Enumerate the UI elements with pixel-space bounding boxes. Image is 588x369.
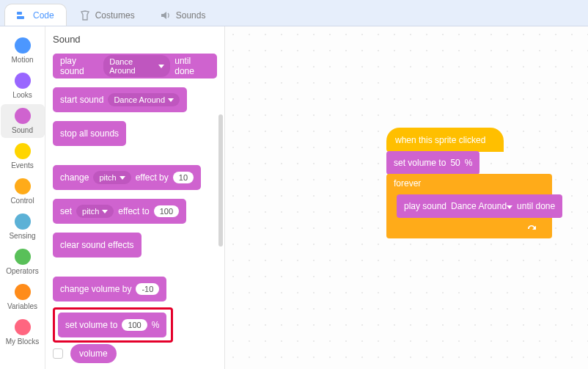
svg-rect-1	[17, 16, 24, 19]
label: until done	[174, 56, 210, 76]
label: forever	[386, 174, 552, 191]
sounds-icon	[160, 10, 172, 21]
chevron-down-icon	[168, 98, 174, 102]
label: %	[152, 320, 160, 330]
reporter-row: volume	[53, 344, 217, 363]
category-dot	[15, 249, 31, 265]
category-looks[interactable]: Looks	[1, 69, 45, 103]
tab-bar: Code Costumes Sounds	[0, 0, 588, 26]
category-variables[interactable]: Variables	[1, 280, 45, 314]
label: until done	[517, 201, 555, 211]
label: start sound	[60, 95, 103, 105]
label: stop all sounds	[60, 128, 119, 139]
category-dot	[15, 213, 31, 230]
loop-arrow-icon	[526, 222, 539, 233]
category-dot	[15, 319, 31, 335]
label: set	[60, 206, 72, 216]
loop-foot	[386, 221, 552, 234]
chevron-down-icon	[120, 176, 125, 180]
block-set-volume-to[interactable]: set volume to 100 %	[58, 313, 166, 337]
block-forever[interactable]: forever play sound Dance Around until do…	[386, 174, 552, 238]
category-dot	[15, 73, 31, 89]
category-label: Sensing	[9, 232, 35, 240]
block-when-sprite-clicked[interactable]: when this sprite clicked	[386, 128, 504, 152]
label: when this sprite clicked	[395, 135, 485, 145]
category-dot	[15, 284, 31, 300]
block-play-sound-until-done[interactable]: play sound Dance Around until done	[53, 54, 217, 78]
label: play sound	[404, 201, 446, 211]
sound-dropdown[interactable]: Dance Around	[103, 55, 170, 77]
script-canvas[interactable]: when this sprite clicked set volume to 5…	[225, 26, 588, 369]
category-label: Sound	[12, 126, 33, 134]
category-label: Variables	[7, 302, 37, 310]
label: effect to	[118, 206, 149, 216]
number-input[interactable]: 10	[173, 172, 194, 183]
block-set-volume-to[interactable]: set volume to 50 %	[386, 151, 479, 175]
category-label: Control	[10, 197, 34, 205]
category-label: Motion	[11, 56, 33, 64]
number-input[interactable]: 50	[450, 158, 460, 168]
svg-rect-0	[17, 12, 22, 15]
chevron-down-icon	[102, 210, 108, 213]
category-sensing[interactable]: Sensing	[1, 210, 45, 244]
tab-costumes[interactable]: Costumes	[67, 4, 147, 26]
block-stop-all-sounds[interactable]: stop all sounds	[53, 121, 126, 146]
category-dot	[15, 108, 31, 124]
category-label: My Blocks	[6, 337, 40, 346]
number-input[interactable]: 100	[154, 205, 179, 217]
block-change-effect-by[interactable]: change pitch effect by 10	[53, 165, 201, 190]
effect-dropdown[interactable]: pitch	[93, 171, 131, 184]
label: %	[465, 158, 473, 168]
category-dot	[15, 37, 31, 54]
palette-heading: Sound	[53, 34, 217, 45]
effect-dropdown[interactable]: pitch	[76, 205, 114, 218]
category-events[interactable]: Events	[1, 139, 45, 173]
number-input[interactable]: -10	[136, 283, 159, 295]
category-control[interactable]: Control	[1, 175, 45, 208]
label: change volume by	[60, 284, 131, 294]
category-my-blocks[interactable]: My Blocks	[1, 315, 45, 349]
tab-costumes-label: Costumes	[95, 10, 135, 21]
block-clear-sound-effects[interactable]: clear sound effects	[53, 233, 142, 257]
tab-code-label: Code	[33, 10, 54, 21]
label: clear sound effects	[60, 240, 134, 250]
block-volume-reporter[interactable]: volume	[70, 344, 117, 363]
sound-dropdown[interactable]: Dance Around	[451, 201, 512, 211]
category-motion[interactable]: Motion	[1, 34, 45, 67]
volume-monitor-checkbox[interactable]	[53, 348, 63, 359]
tab-sounds[interactable]: Sounds	[147, 4, 218, 26]
sound-dropdown[interactable]: Dance Around	[108, 93, 180, 106]
label: play sound	[60, 56, 99, 76]
category-column: MotionLooksSoundEventsControlSensingOper…	[0, 26, 45, 369]
category-label: Events	[11, 161, 34, 169]
category-operators[interactable]: Operators	[1, 245, 45, 279]
label: change	[60, 172, 89, 183]
category-label: Operators	[6, 267, 38, 275]
label: set volume to	[394, 158, 446, 168]
tab-code[interactable]: Code	[4, 4, 67, 26]
forever-body: play sound Dance Around until done	[397, 191, 552, 221]
label: effect by	[136, 172, 169, 183]
block-set-effect-to[interactable]: set pitch effect to 100	[53, 199, 186, 224]
costumes-icon	[79, 10, 91, 21]
category-label: Looks	[12, 91, 32, 99]
category-dot	[15, 143, 31, 159]
palette-scrollbar[interactable]	[218, 114, 223, 246]
category-sound[interactable]: Sound	[1, 104, 45, 138]
main-area: MotionLooksSoundEventsControlSensingOper…	[0, 26, 588, 369]
label: set volume to	[65, 320, 117, 330]
block-palette: Sound play sound Dance Around until done…	[45, 26, 225, 369]
category-dot	[15, 178, 31, 194]
tab-sounds-label: Sounds	[176, 10, 206, 21]
code-icon	[17, 10, 29, 21]
chevron-down-icon	[158, 65, 164, 68]
block-start-sound[interactable]: start sound Dance Around	[53, 87, 187, 112]
block-play-sound-until-done[interactable]: play sound Dance Around until done	[397, 194, 562, 218]
chevron-down-icon	[507, 205, 512, 209]
highlight-box: set volume to 100 %	[53, 307, 173, 343]
script-stack[interactable]: when this sprite clicked set volume to 5…	[386, 128, 552, 238]
number-input[interactable]: 100	[122, 319, 147, 331]
block-change-volume-by[interactable]: change volume by -10	[53, 277, 166, 302]
